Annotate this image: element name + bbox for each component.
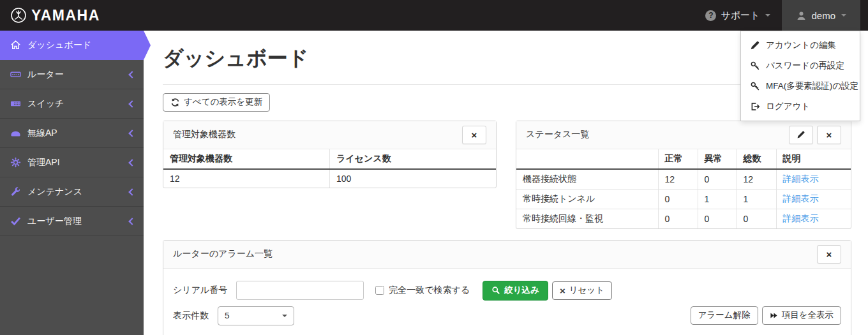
widget-title: ルーターのアラーム一覧	[173, 248, 273, 260]
status-list-widget: ステータス一覧 ×	[516, 121, 851, 229]
device-count-widget: 管理対象機器数 × 管理対象機器数 ライセンス数 12	[163, 121, 497, 188]
chevron-left-icon	[128, 130, 135, 137]
user-dropdown-menu: アカウントの編集 パスワードの再設定 MFA(多要素認証)の設定 ログアウト	[740, 31, 860, 121]
chevron-left-icon	[128, 100, 135, 107]
pencil-icon	[750, 40, 760, 50]
menu-item-logout[interactable]: ログアウト	[741, 96, 860, 117]
chevron-down-icon	[282, 315, 287, 317]
serial-number-label: シリアル番号	[173, 285, 227, 296]
show-all-columns-button[interactable]: 項目を全表示	[762, 306, 841, 325]
fast-forward-icon	[770, 311, 778, 320]
user-icon	[796, 10, 807, 21]
refresh-icon	[170, 98, 180, 107]
sidebar: ダッシュボード ルーター スイッチ	[0, 31, 144, 335]
close-widget-button[interactable]: ×	[462, 126, 486, 144]
exact-match-label: 完全一致で検索する	[389, 285, 470, 296]
status-table: 正常 異常 総数 説明 機器接続状態 12 0 12 詳細表示	[516, 149, 851, 228]
column-header: 総数	[737, 149, 776, 169]
close-icon: ×	[827, 130, 832, 140]
detail-link[interactable]: 詳細表示	[783, 193, 819, 204]
close-widget-button[interactable]: ×	[817, 245, 841, 264]
home-icon	[9, 40, 22, 50]
edit-widget-button[interactable]	[789, 126, 813, 144]
search-icon	[491, 286, 500, 295]
page-size-value: 5	[225, 311, 230, 320]
close-widget-button[interactable]: ×	[817, 126, 841, 144]
wireless-ap-icon	[9, 128, 22, 138]
page-size-select[interactable]: 5	[218, 306, 294, 325]
gear-icon	[9, 157, 22, 168]
menu-item-mfa-settings[interactable]: MFA(多要素認証)の設定	[741, 76, 860, 96]
column-header: 管理対象機器数	[163, 149, 330, 169]
chevron-left-icon	[128, 188, 135, 195]
help-icon: ?	[705, 10, 716, 21]
device-count-table: 管理対象機器数 ライセンス数 12 100	[163, 149, 496, 188]
column-header	[516, 149, 658, 169]
sidebar-item-dashboard[interactable]: ダッシュボード	[0, 31, 144, 60]
serial-number-input[interactable]	[236, 281, 364, 300]
brand-text: YAMAHA	[31, 7, 100, 24]
chevron-left-icon	[128, 218, 135, 225]
support-label: サポート	[721, 10, 760, 22]
user-label: demo	[811, 10, 835, 21]
switch-icon	[9, 98, 22, 109]
widget-title: ステータス一覧	[526, 129, 589, 140]
sidebar-item-user-management[interactable]: ユーザー管理	[0, 207, 144, 236]
widget-title: 管理対象機器数	[173, 129, 236, 140]
close-icon: ×	[827, 249, 832, 259]
device-count-value: 12	[163, 169, 330, 188]
topbar: YAMAHA ? サポート demo	[0, 0, 868, 31]
column-header: ライセンス数	[330, 149, 497, 169]
column-header: 異常	[698, 149, 737, 169]
router-icon	[9, 69, 22, 80]
clear-alarm-button[interactable]: アラーム解除	[691, 306, 758, 325]
chevron-left-icon	[128, 71, 135, 78]
pencil-icon	[797, 130, 805, 139]
x-icon: ×	[560, 286, 565, 295]
sidebar-item-maintenance[interactable]: メンテナンス	[0, 177, 144, 207]
table-row: 12 100	[163, 169, 496, 188]
license-count-value: 100	[330, 169, 497, 188]
page-size-label: 表示件数	[173, 310, 209, 322]
detail-link[interactable]: 詳細表示	[783, 213, 819, 223]
menu-item-edit-account[interactable]: アカウントの編集	[741, 35, 860, 56]
check-icon	[9, 216, 22, 227]
detail-link[interactable]: 詳細表示	[783, 174, 819, 184]
chevron-left-icon	[128, 159, 135, 166]
yamaha-tuning-fork-icon	[10, 7, 27, 24]
wrench-icon	[9, 186, 22, 197]
refresh-all-button[interactable]: すべての表示を更新	[163, 93, 270, 112]
sidebar-item-management-api[interactable]: 管理API	[0, 148, 144, 177]
table-row: 機器接続状態 12 0 12 詳細表示	[516, 169, 851, 190]
key-icon	[750, 81, 760, 91]
sidebar-item-switch[interactable]: スイッチ	[0, 89, 144, 119]
logout-icon	[750, 101, 760, 112]
table-row: 常時接続トンネル 0 1 1 詳細表示	[516, 189, 851, 209]
exact-match-checkbox[interactable]	[375, 286, 384, 295]
yamaha-logo: YAMAHA	[10, 7, 100, 24]
filter-button[interactable]: 絞り込み	[483, 281, 548, 301]
close-icon: ×	[472, 130, 477, 140]
support-menu[interactable]: ? サポート	[694, 0, 782, 31]
sidebar-item-wireless-ap[interactable]: 無線AP	[0, 119, 144, 148]
column-header: 説明	[776, 149, 851, 169]
table-row: 常時接続回線・監視 0 0 0 詳細表示	[516, 209, 851, 228]
chevron-down-icon	[841, 14, 846, 17]
router-alarm-widget: ルーターのアラーム一覧 × シリアル番号 完全一致で検索する	[163, 240, 851, 335]
sidebar-item-router[interactable]: ルーター	[0, 60, 144, 89]
menu-item-reset-password[interactable]: パスワードの再設定	[741, 56, 860, 76]
user-menu[interactable]: demo	[782, 0, 860, 31]
reset-button[interactable]: × リセット	[552, 281, 612, 300]
key-icon	[750, 61, 760, 71]
chevron-down-icon	[765, 14, 770, 17]
column-header: 正常	[658, 149, 698, 169]
